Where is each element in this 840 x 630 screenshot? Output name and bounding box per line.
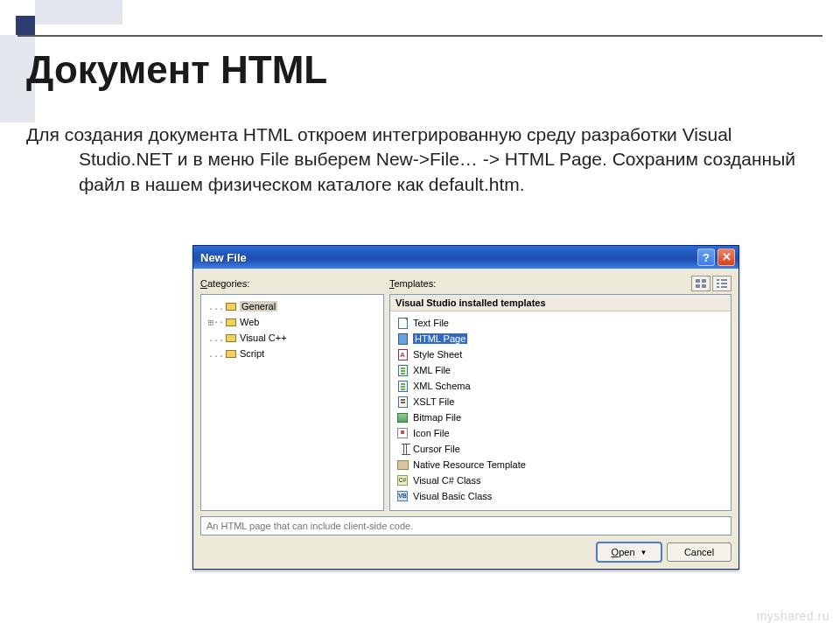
- templates-header: Visual Studio installed templates: [390, 295, 731, 312]
- dialog-labels-row: Categories: Templates:: [200, 276, 732, 291]
- templates-list: Text FileHTML PageAStyle SheetXML FileXM…: [390, 312, 731, 508]
- template-label: Style Sheet: [413, 349, 462, 360]
- folder-icon: [226, 334, 236, 342]
- close-button[interactable]: ✕: [718, 248, 735, 266]
- vb-icon: VB: [396, 490, 410, 502]
- html-icon: [396, 332, 410, 345]
- native-icon: [396, 458, 410, 471]
- style-icon: A: [396, 348, 410, 360]
- tree-connector: .....: [208, 302, 226, 312]
- xml-icon: [396, 364, 410, 376]
- category-label: General: [240, 301, 277, 312]
- svg-rect-7: [721, 283, 727, 284]
- svg-rect-4: [717, 279, 719, 281]
- slide-divider: [18, 35, 822, 37]
- tree-connector: .....: [208, 349, 226, 359]
- svg-rect-3: [702, 284, 706, 288]
- slide-accent-square: [16, 16, 35, 35]
- open-button[interactable]: Open ▼: [597, 542, 662, 562]
- template-item[interactable]: XSLT File: [396, 394, 725, 410]
- template-label: XSLT File: [413, 396, 454, 407]
- slide-body-text: Для создания документа HTML откроем инте…: [26, 122, 796, 197]
- template-item[interactable]: XML File: [396, 362, 725, 378]
- help-button[interactable]: ?: [697, 248, 715, 266]
- svg-rect-9: [721, 286, 727, 288]
- cursor-icon: [396, 443, 410, 455]
- folder-icon: [226, 318, 236, 326]
- watermark: myshared.ru: [757, 609, 830, 623]
- dialog-body: Categories: Templates: .....General⊞··We…: [193, 269, 738, 569]
- small-icons-view-button[interactable]: [712, 276, 732, 291]
- xslt-icon: [396, 396, 410, 408]
- help-icon: ?: [703, 251, 710, 264]
- category-item[interactable]: .....General: [205, 298, 380, 314]
- template-label: XML File: [413, 365, 451, 375]
- cancel-button[interactable]: Cancel: [667, 542, 732, 562]
- template-label: Visual C# Class: [413, 475, 480, 486]
- dialog-panels: .....General⊞··Web.....Visual C++.....Sc…: [200, 294, 732, 511]
- template-item[interactable]: C#Visual C# Class: [396, 472, 725, 488]
- category-label: Visual C++: [240, 332, 287, 343]
- template-label: XML Schema: [413, 381, 471, 391]
- description-box: An HTML page that can include client-sid…: [200, 516, 732, 536]
- template-item[interactable]: Text File: [396, 315, 725, 331]
- categories-label: Categories:: [200, 278, 389, 289]
- template-item[interactable]: XML Schema: [396, 378, 725, 394]
- svg-rect-8: [717, 286, 719, 288]
- template-item[interactable]: HTML Page: [396, 331, 725, 346]
- folder-icon: [226, 303, 236, 311]
- template-item[interactable]: Bitmap File: [396, 410, 725, 425]
- doc-icon: [396, 317, 410, 329]
- template-item[interactable]: AStyle Sheet: [396, 346, 725, 362]
- xml-icon: [396, 380, 410, 392]
- dialog-actions: Open ▼ Cancel: [200, 542, 732, 562]
- template-label: Icon File: [413, 428, 450, 438]
- templates-panel[interactable]: Visual Studio installed templates Text F…: [389, 294, 732, 511]
- svg-rect-0: [696, 279, 700, 283]
- folder-icon: [226, 350, 236, 358]
- new-file-dialog: New File ? ✕ Categories: Templates: ....…: [192, 245, 739, 570]
- template-label: Cursor File: [413, 444, 460, 454]
- category-item[interactable]: .....Script: [205, 346, 380, 361]
- template-item[interactable]: Cursor File: [396, 441, 725, 457]
- template-label: Text File: [413, 318, 449, 328]
- close-icon: ✕: [722, 250, 732, 263]
- chevron-down-icon: ▼: [640, 549, 648, 556]
- bitmap-icon: [396, 411, 410, 424]
- tree-connector: ⊞··: [208, 318, 226, 327]
- large-icons-view-button[interactable]: [691, 276, 710, 291]
- svg-rect-5: [721, 279, 727, 281]
- small-icons-icon: [717, 279, 727, 288]
- template-item[interactable]: Native Resource Template: [396, 457, 725, 472]
- large-icons-icon: [696, 279, 706, 288]
- category-label: Script: [240, 348, 264, 359]
- cs-icon: C#: [396, 474, 410, 486]
- view-switcher: [691, 276, 732, 291]
- category-item[interactable]: .....Visual C++: [205, 330, 380, 346]
- tree-connector: .....: [208, 333, 226, 343]
- template-item[interactable]: VBVisual Basic Class: [396, 488, 725, 504]
- slide-accent-bar-top: [35, 0, 122, 24]
- template-label: Bitmap File: [413, 412, 461, 423]
- category-label: Web: [240, 317, 259, 327]
- svg-rect-1: [702, 279, 706, 283]
- svg-rect-2: [696, 284, 700, 288]
- template-label: HTML Page: [413, 333, 467, 344]
- template-label: Visual Basic Class: [413, 491, 492, 501]
- dialog-title: New File: [200, 251, 695, 264]
- template-label: Native Resource Template: [413, 459, 526, 470]
- template-item[interactable]: Icon File: [396, 425, 725, 441]
- categories-panel[interactable]: .....General⊞··Web.....Visual C++.....Sc…: [200, 294, 384, 511]
- svg-rect-6: [717, 283, 719, 284]
- templates-label: Templates:: [389, 278, 691, 289]
- category-item[interactable]: ⊞··Web: [205, 314, 380, 330]
- icon-icon: [396, 427, 410, 439]
- dialog-titlebar[interactable]: New File ? ✕: [193, 246, 738, 269]
- slide-title: Документ HTML: [26, 48, 327, 92]
